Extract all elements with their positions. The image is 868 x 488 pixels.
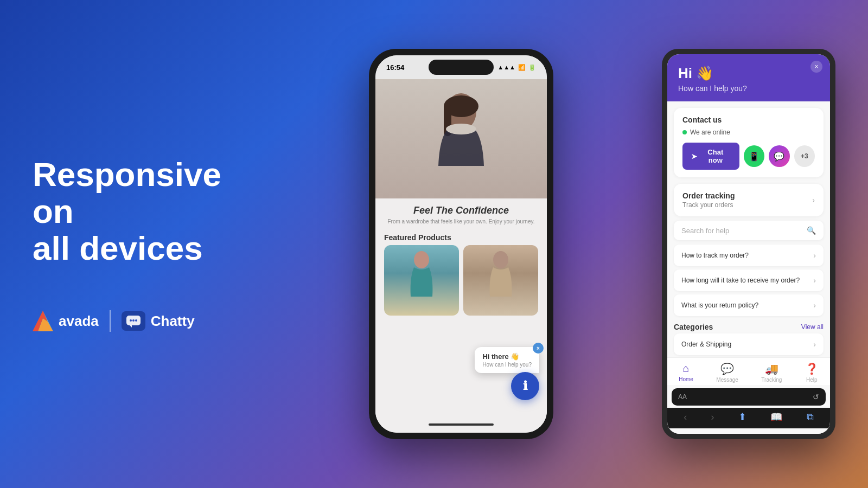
home-nav-label: Home	[679, 376, 693, 382]
phone-status-icons: ▲▲▲ 📶 🔋	[497, 64, 536, 71]
home-indicator	[429, 423, 494, 426]
svg-point-11	[414, 251, 429, 268]
widget-body: Contact us We are online ➤ Chat now 📱	[667, 101, 830, 434]
contact-title: Contact us	[682, 115, 815, 124]
faq-text-1: How to track my order?	[681, 252, 813, 259]
widget-header: × Hi 👋 How can I help you?	[667, 54, 830, 101]
shop-title-area: Feel The Confidence From a wardrobe that…	[375, 198, 547, 229]
share-button[interactable]: ⬆	[738, 411, 746, 423]
phone-content: Feel The Confidence From a wardrobe that…	[375, 79, 547, 416]
categories-section: Categories View all	[674, 323, 824, 331]
phone-home-bar	[375, 416, 547, 433]
message-nav-icon: 💬	[720, 362, 734, 375]
phone-status-bar: 16:54 ▲▲▲ 📶 🔋	[375, 55, 547, 79]
product-figure-svg-2	[479, 248, 522, 313]
faq-chevron-3: ›	[813, 301, 816, 310]
faq-item-3[interactable]: What is your return policy? ›	[674, 294, 824, 316]
widget-greeting: Hi 👋	[678, 65, 819, 82]
order-tracking-subtitle: Track your orders	[682, 201, 735, 209]
faq-item-2[interactable]: How long will it take to receive my orde…	[674, 269, 824, 291]
avada-icon	[33, 311, 53, 331]
avada-text: avada	[59, 313, 99, 330]
categories-title: Categories	[674, 323, 713, 331]
phone-device: 16:54 ▲▲▲ 📶 🔋	[369, 49, 553, 439]
headline: Responsive on all devices	[33, 156, 260, 267]
category-order-shipping[interactable]: Order & Shipping ›	[674, 333, 824, 355]
phone-time: 16:54	[386, 63, 404, 72]
chat-bubble-greeting: Hi there 👋	[482, 352, 532, 361]
chatty-logo: Chatty	[122, 311, 195, 331]
avada-logo: avada	[33, 311, 99, 331]
order-tracking-title: Order tracking	[682, 191, 735, 200]
whatsapp-button[interactable]: 📱	[744, 145, 764, 167]
widget-bottom-nav: ⌂ Home 💬 Message 🚚 Tracking ❓ Help	[667, 357, 830, 385]
help-nav-label: Help	[806, 377, 818, 383]
messenger-button[interactable]: 💬	[769, 145, 789, 167]
forward-button[interactable]: ›	[711, 412, 714, 423]
faq-item-1[interactable]: How to track my order? ›	[674, 245, 824, 266]
faq-chevron-2: ›	[813, 276, 816, 285]
browser-device: × Hi 👋 How can I help you? Contact us We…	[662, 49, 835, 439]
message-nav-label: Message	[716, 377, 738, 383]
search-placeholder-text: Search for help	[681, 227, 729, 235]
online-status-row: We are online	[682, 129, 815, 136]
browser-screen: × Hi 👋 How can I help you? Contact us We…	[667, 54, 830, 434]
nav-tracking[interactable]: 🚚 Tracking	[761, 362, 782, 383]
phone-screen: 16:54 ▲▲▲ 📶 🔋	[375, 55, 547, 433]
brand-divider	[110, 310, 111, 332]
back-button[interactable]: ‹	[684, 412, 687, 423]
chat-bubble-close[interactable]: ×	[533, 343, 544, 354]
center-section: 16:54 ▲▲▲ 📶 🔋	[260, 49, 662, 439]
product-image-2	[463, 245, 538, 316]
shop-hero-image	[375, 79, 547, 198]
home-nav-icon: ⌂	[683, 362, 690, 375]
online-dot-indicator	[682, 130, 687, 134]
order-tracking-chevron: ›	[812, 196, 815, 204]
chatty-icon	[122, 311, 145, 331]
refresh-icon[interactable]: ↺	[813, 393, 819, 401]
left-section: Responsive on all devices avada	[33, 156, 260, 332]
chat-now-button[interactable]: ➤ Chat now	[682, 143, 739, 170]
svg-point-4	[130, 319, 132, 322]
category-text: Order & Shipping	[681, 341, 731, 348]
order-tracking-card[interactable]: Order tracking Track your orders ›	[674, 184, 824, 216]
battery-icon: 🔋	[528, 64, 536, 71]
chat-fab-button[interactable]: ℹ	[511, 372, 539, 400]
nav-help[interactable]: ❓ Help	[805, 362, 819, 383]
chat-bubble-subtitle: How can I help you?	[482, 362, 532, 368]
widget-subtitle: How can I help you?	[678, 84, 819, 93]
bookmarks-button[interactable]: 📖	[770, 411, 782, 423]
product-figure-svg-1	[400, 248, 443, 313]
widget-close-button[interactable]: ×	[810, 61, 822, 73]
svg-point-6	[135, 319, 137, 322]
chat-bubble[interactable]: × Hi there 👋 How can I help you?	[475, 347, 539, 373]
product-grid	[375, 245, 547, 316]
browser-address-bar: AA ↺	[672, 388, 826, 406]
category-chevron: ›	[813, 340, 816, 349]
messenger-icon: 💬	[774, 151, 784, 162]
chat-fab-icon: ℹ	[523, 379, 527, 393]
view-all-link[interactable]: View all	[801, 323, 824, 331]
whatsapp-icon: 📱	[749, 151, 760, 162]
faq-text-2: How long will it take to receive my orde…	[681, 277, 813, 284]
search-icon: 🔍	[807, 226, 816, 235]
svg-point-12	[493, 251, 508, 268]
product-image-1	[384, 245, 459, 316]
more-channels-button[interactable]: +3	[794, 145, 815, 167]
faq-chevron-1: ›	[813, 251, 816, 260]
contact-buttons: ➤ Chat now 📱 💬 +3	[682, 143, 815, 170]
shop-title: Feel The Confidence	[384, 205, 538, 216]
nav-home[interactable]: ⌂ Home	[679, 362, 693, 383]
hero-silhouette	[412, 90, 510, 198]
chat-now-icon: ➤	[691, 152, 697, 160]
featured-label: Featured Products	[375, 229, 547, 245]
search-box[interactable]: Search for help 🔍	[674, 221, 824, 240]
nav-message[interactable]: 💬 Message	[716, 362, 738, 383]
svg-point-10	[446, 124, 476, 134]
tracking-nav-label: Tracking	[761, 377, 782, 383]
online-text: We are online	[690, 129, 730, 136]
tabs-button[interactable]: ⧉	[807, 412, 814, 423]
signal-icon: ▲▲▲	[497, 64, 515, 70]
tracking-nav-icon: 🚚	[765, 362, 778, 375]
chatty-text: Chatty	[151, 313, 195, 330]
